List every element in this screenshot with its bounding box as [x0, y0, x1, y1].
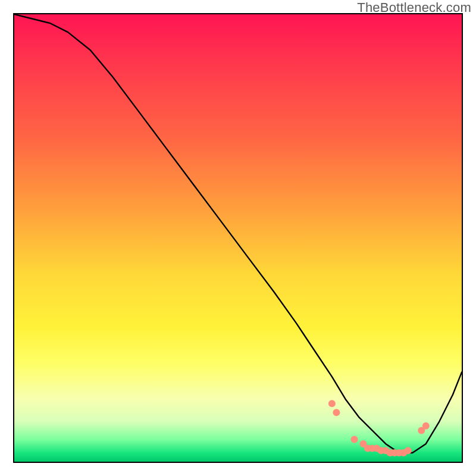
- marker-layer: [328, 400, 430, 456]
- highlight-point: [405, 447, 412, 454]
- highlight-point: [351, 436, 358, 443]
- plot-area: [13, 13, 463, 463]
- highlight-point: [333, 409, 340, 416]
- plot-svg: [14, 14, 462, 462]
- chart-frame: TheBottleneck.com: [0, 0, 476, 476]
- highlight-point: [328, 400, 336, 407]
- bottleneck-curve: [14, 14, 462, 453]
- curve-layer: [14, 14, 462, 453]
- highlight-point: [422, 422, 430, 430]
